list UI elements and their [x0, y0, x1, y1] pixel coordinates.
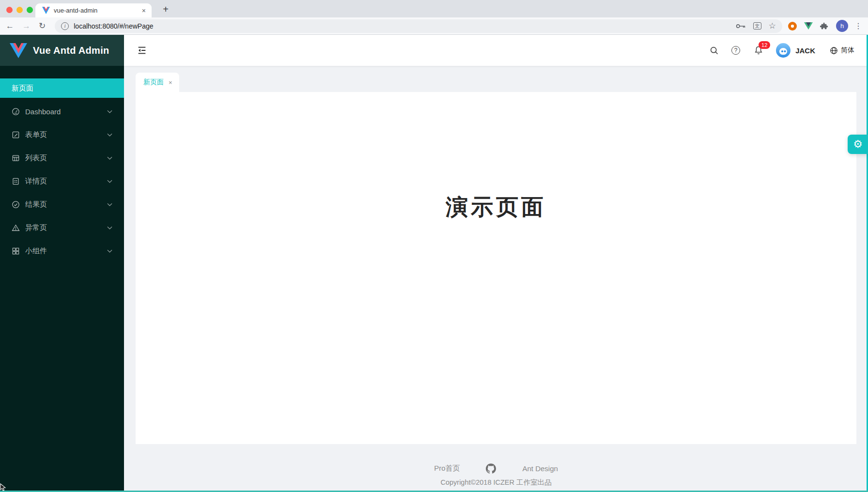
- browser-tab[interactable]: vue-antd-admin ×: [35, 3, 152, 17]
- sidebar-item-label: 新页面: [12, 84, 33, 93]
- help-icon[interactable]: ?: [731, 46, 740, 55]
- chevron-down-icon: [107, 249, 112, 253]
- password-key-icon[interactable]: [736, 23, 746, 29]
- form-icon: [12, 131, 20, 139]
- content-card: 演示页面: [136, 92, 856, 444]
- translate-icon[interactable]: 文: [753, 22, 761, 30]
- page-tab-close-icon[interactable]: ×: [169, 79, 172, 86]
- widgets-icon: [12, 247, 20, 255]
- sidebar-item-label: 列表页: [25, 154, 47, 163]
- minimize-window-button[interactable]: [16, 7, 23, 13]
- sidebar-item-widgets[interactable]: 小组件: [0, 241, 124, 261]
- footer-link-ant-design[interactable]: Ant Design: [522, 464, 558, 473]
- sidebar-item-detail[interactable]: 详情页: [0, 171, 124, 191]
- bookmark-star-icon[interactable]: ☆: [769, 22, 776, 30]
- chevron-down-icon: [107, 180, 112, 183]
- language-switcher[interactable]: 简体: [830, 46, 854, 55]
- notification-badge: 12: [759, 41, 770, 49]
- sidebar-item-dashboard[interactable]: Dashboard: [0, 102, 124, 121]
- browser-profile-avatar[interactable]: h: [836, 20, 848, 32]
- header-actions: ? 12 JACK 简体: [710, 43, 854, 58]
- sidebar-item-label: 详情页: [25, 177, 47, 186]
- sidebar-item-label: 结果页: [25, 200, 47, 209]
- sidebar-item-label: 表单页: [25, 130, 47, 139]
- extension-orange-icon[interactable]: [788, 22, 797, 31]
- zoom-window-button[interactable]: [27, 7, 33, 13]
- vue-devtools-icon[interactable]: [804, 22, 813, 30]
- sidebar-item-form[interactable]: 表单页: [0, 125, 124, 144]
- page-tab-label: 新页面: [143, 78, 164, 87]
- github-icon[interactable]: [486, 463, 496, 474]
- footer-links: Pro首页 Ant Design: [124, 463, 868, 474]
- url-text[interactable]: localhost:8080/#/newPage: [74, 22, 728, 30]
- page-tabs-bar: 新页面 ×: [124, 66, 868, 92]
- sidebar-item-label: 异常页: [25, 223, 47, 232]
- settings-drawer-button[interactable]: ⚙: [848, 135, 868, 154]
- app-root: Vue Antd Admin 新页面 Dashboard 表单页: [0, 35, 868, 492]
- globe-icon: [830, 46, 838, 55]
- chevron-down-icon: [107, 133, 112, 137]
- forward-icon[interactable]: →: [22, 22, 31, 30]
- vue-logo-icon: [10, 43, 27, 58]
- page-tab-active[interactable]: 新页面 ×: [136, 73, 179, 92]
- page-title: 演示页面: [136, 92, 856, 220]
- sidebar-menu: 新页面 Dashboard 表单页 列表页: [0, 66, 124, 264]
- check-circle-icon: [12, 200, 20, 209]
- chevron-down-icon: [107, 226, 112, 230]
- app-title: Vue Antd Admin: [33, 45, 109, 56]
- menu-fold-icon[interactable]: [137, 45, 147, 56]
- sidebar-item-label: Dashboard: [25, 108, 61, 116]
- traffic-lights: [6, 7, 33, 13]
- extensions-puzzle-icon[interactable]: [820, 22, 829, 31]
- warning-triangle-icon: [12, 224, 20, 232]
- site-info-icon[interactable]: i: [61, 22, 69, 30]
- profile-icon: [12, 177, 20, 185]
- main-area: ? 12 JACK 简体 新页面 ×: [124, 35, 868, 492]
- chevron-down-icon: [107, 110, 112, 113]
- notification-bell[interactable]: 12: [754, 46, 763, 55]
- mouse-cursor: [0, 483, 6, 492]
- vue-favicon: [42, 7, 50, 14]
- tab-close-icon[interactable]: ×: [141, 7, 147, 15]
- reload-icon[interactable]: ↻: [39, 22, 46, 30]
- search-icon[interactable]: [710, 46, 719, 55]
- new-tab-button[interactable]: +: [159, 2, 172, 16]
- sidebar: Vue Antd Admin 新页面 Dashboard 表单页: [0, 35, 124, 492]
- browser-menu-icon[interactable]: ⋮: [854, 22, 862, 30]
- chevron-down-icon: [107, 156, 112, 160]
- app-header: ? 12 JACK 简体: [124, 35, 868, 66]
- sidebar-item-result[interactable]: 结果页: [0, 195, 124, 214]
- extensions-row: h: [788, 20, 848, 32]
- footer: Pro首页 Ant Design Copyright©2018 ICZER 工作…: [124, 444, 868, 487]
- close-window-button[interactable]: [6, 7, 13, 13]
- browser-tab-title: vue-antd-admin: [54, 7, 141, 14]
- sidebar-item-label: 小组件: [25, 246, 47, 256]
- username[interactable]: JACK: [795, 46, 815, 55]
- browser-window: vue-antd-admin × + ← → ↻ i localhost:808…: [0, 0, 868, 492]
- browser-toolbar: ← → ↻ i localhost:8080/#/newPage 文 ☆ h ⋮: [0, 17, 868, 35]
- back-icon[interactable]: ←: [6, 22, 14, 30]
- footer-link-pro-home[interactable]: Pro首页: [434, 464, 460, 473]
- sidebar-item-new-page[interactable]: 新页面: [0, 78, 124, 98]
- sidebar-item-list[interactable]: 列表页: [0, 148, 124, 168]
- dashboard-icon: [12, 108, 20, 116]
- gear-icon: ⚙: [853, 139, 863, 150]
- copyright: Copyright©2018 ICZER 工作室出品: [124, 478, 868, 487]
- browser-tab-strip: vue-antd-admin × +: [0, 0, 868, 17]
- app-logo[interactable]: Vue Antd Admin: [0, 35, 124, 66]
- sidebar-item-exception[interactable]: 异常页: [0, 218, 124, 237]
- language-label: 简体: [841, 46, 854, 55]
- table-icon: [12, 154, 20, 162]
- url-bar[interactable]: i localhost:8080/#/newPage 文 ☆: [55, 19, 782, 33]
- user-avatar[interactable]: [776, 43, 790, 58]
- chevron-down-icon: [107, 203, 112, 206]
